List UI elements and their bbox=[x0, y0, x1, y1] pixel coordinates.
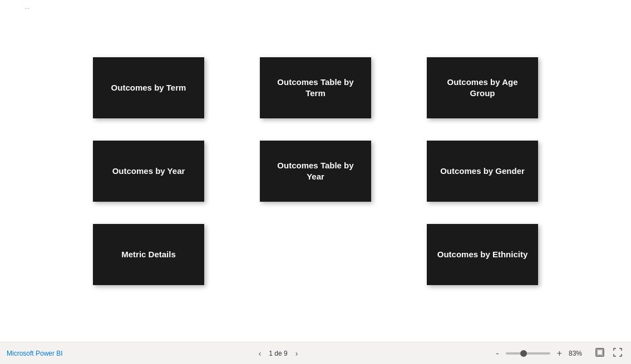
card-outcomes-table-by-term[interactable]: Outcomes Table by Term bbox=[260, 57, 371, 118]
zoom-slider[interactable] bbox=[506, 352, 550, 355]
status-bar-center: ‹ 1 de 9 › bbox=[255, 348, 302, 359]
zoom-minus-button[interactable]: - bbox=[494, 349, 501, 358]
empty-cell bbox=[260, 224, 371, 285]
card-outcomes-by-gender[interactable]: Outcomes by Gender bbox=[427, 141, 538, 202]
zoom-percent: 83% bbox=[569, 350, 589, 357]
card-outcomes-by-year[interactable]: Outcomes by Year bbox=[93, 141, 204, 202]
status-bar-right: - + 83% bbox=[494, 347, 624, 360]
svg-rect-1 bbox=[597, 350, 603, 355]
zoom-plus-button[interactable]: + bbox=[555, 349, 564, 358]
card-metric-details[interactable]: Metric Details bbox=[93, 224, 204, 285]
page-indicator: 1 de 9 bbox=[269, 350, 287, 357]
status-bar: Microsoft Power BI ‹ 1 de 9 › - + 83% bbox=[0, 342, 631, 364]
prev-page-button[interactable]: ‹ bbox=[255, 348, 265, 359]
card-outcomes-table-by-year[interactable]: Outcomes Table by Year bbox=[260, 141, 371, 202]
card-outcomes-by-ethnicity[interactable]: Outcomes by Ethnicity bbox=[427, 224, 538, 285]
fit-page-button[interactable] bbox=[593, 347, 607, 360]
card-outcomes-by-term[interactable]: Outcomes by Term bbox=[93, 57, 204, 118]
powerbi-link[interactable]: Microsoft Power BI bbox=[7, 350, 63, 357]
next-page-button[interactable]: › bbox=[292, 348, 302, 359]
card-outcomes-by-age-group[interactable]: Outcomes by Age Group bbox=[427, 57, 538, 118]
card-grid: Outcomes by TermOutcomes Table by TermOu… bbox=[93, 57, 538, 285]
main-content: Outcomes by TermOutcomes Table by TermOu… bbox=[0, 0, 631, 342]
fullscreen-button[interactable] bbox=[611, 347, 624, 360]
status-bar-left: Microsoft Power BI bbox=[7, 350, 63, 357]
